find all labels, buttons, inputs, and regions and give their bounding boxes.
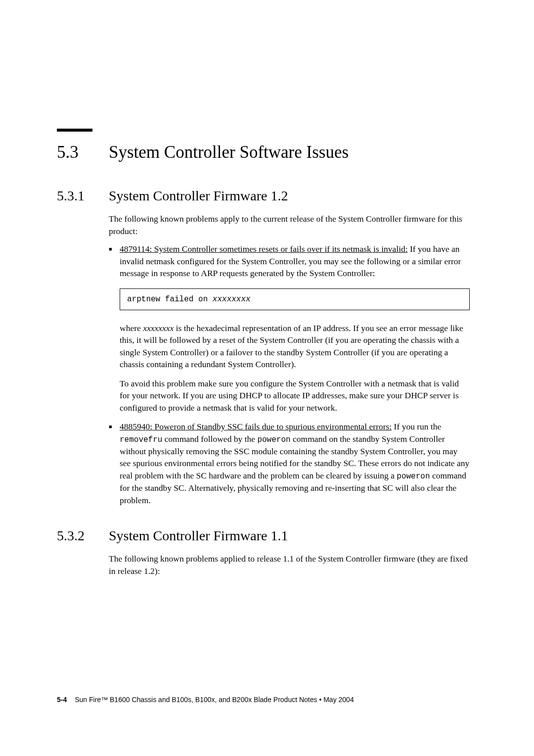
bullet-item-4879114: ■ 4879114: System Controller sometimes r… bbox=[109, 243, 470, 280]
subsection-heading-531: 5.3.1 System Controller Firmware 1.2 bbox=[57, 188, 470, 204]
command-removefru: removefru bbox=[120, 435, 162, 444]
code-text: arptnew failed on bbox=[127, 295, 213, 304]
subsection-number: 5.3.1 bbox=[57, 188, 109, 204]
code-variable: xxxxxxxx bbox=[213, 295, 251, 304]
bullet-marker-icon: ■ bbox=[109, 421, 120, 506]
subsection-number: 5.3.2 bbox=[57, 528, 109, 544]
bullet-content: 4879114: System Controller sometimes res… bbox=[120, 243, 470, 280]
section-number: 5.3 bbox=[57, 142, 109, 162]
explanation-paragraph-1: where xxxxxxxx is the hexadecimal repres… bbox=[120, 322, 470, 371]
bullet-marker-icon: ■ bbox=[109, 243, 120, 280]
code-block: arptnew failed on xxxxxxxx bbox=[120, 288, 470, 310]
bullet-content: 4885940: Poweron of Standby SSC fails du… bbox=[120, 421, 470, 506]
section-rule bbox=[57, 129, 92, 132]
inline-variable: xxxxxxxx bbox=[143, 323, 174, 333]
subsection-title: System Controller Firmware 1.2 bbox=[109, 188, 288, 204]
subsection-heading-532: 5.3.2 System Controller Firmware 1.1 bbox=[57, 528, 470, 544]
text-fragment: command followed by the bbox=[162, 434, 257, 444]
intro-paragraph-532: The following known problems applied to … bbox=[109, 553, 470, 577]
section-heading: 5.3 System Controller Software Issues bbox=[57, 142, 470, 162]
bullet-item-4885940: ■ 4885940: Poweron of Standby SSC fails … bbox=[109, 421, 470, 506]
page-number: 5-4 bbox=[57, 696, 67, 704]
command-poweron: poweron bbox=[257, 435, 290, 444]
intro-paragraph-531: The following known problems apply to th… bbox=[109, 213, 470, 237]
section-title: System Controller Software Issues bbox=[109, 142, 349, 162]
text-fragment: where bbox=[120, 323, 143, 333]
explanation-paragraph-2: To avoid this problem make sure you conf… bbox=[120, 378, 470, 414]
bug-link-4879114[interactable]: 4879114: System Controller sometimes res… bbox=[120, 244, 408, 254]
footer-text: Sun Fire™ B1600 Chassis and B100s, B100x… bbox=[75, 696, 354, 704]
page-footer: 5-4Sun Fire™ B1600 Chassis and B100s, B1… bbox=[57, 696, 354, 704]
text-fragment: If you run the bbox=[392, 422, 441, 431]
subsection-title: System Controller Firmware 1.1 bbox=[109, 528, 288, 544]
command-poweron: poweron bbox=[397, 472, 430, 481]
bug-link-4885940[interactable]: 4885940: Poweron of Standby SSC fails du… bbox=[120, 422, 392, 431]
